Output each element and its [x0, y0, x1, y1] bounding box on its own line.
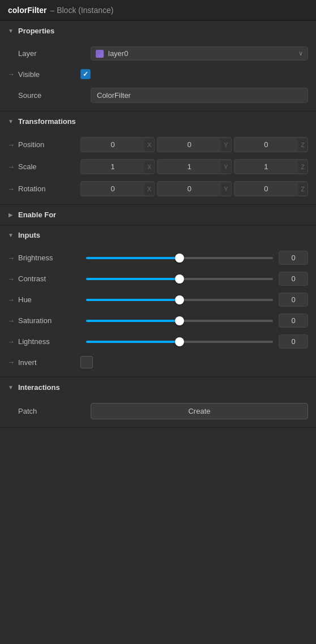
scale-z-value: 1	[234, 160, 298, 174]
scale-y-input[interactable]: 1 Y	[157, 159, 231, 174]
saturation-slider[interactable]	[86, 315, 273, 327]
lightness-fill	[86, 341, 180, 343]
contrast-slider[interactable]	[86, 273, 273, 285]
position-x-input[interactable]: 0 X	[80, 137, 155, 152]
scale-x-label: X	[144, 161, 154, 173]
lightness-row: → Lightness 0	[0, 331, 316, 352]
rotation-z-input[interactable]: 0 Z	[234, 181, 308, 196]
position-z-label: Z	[298, 139, 308, 151]
position-y-value: 0	[157, 138, 221, 152]
inputs-section-header[interactable]: Inputs	[0, 225, 316, 245]
rotation-x-input[interactable]: 0 X	[80, 181, 155, 196]
rotation-z-value: 0	[234, 182, 298, 196]
transformations-chevron	[8, 119, 14, 124]
layer-color-indicator	[96, 50, 104, 58]
rotation-z-label: Z	[298, 183, 308, 195]
scale-xyz-group: 1 X 1 Y 1 Z	[80, 159, 308, 174]
scale-label: Scale	[18, 162, 80, 171]
properties-section: Properties Layer layer0 ∨ → Visible Sour…	[0, 21, 316, 111]
brightness-slider[interactable]	[86, 252, 273, 264]
scale-x-value: 1	[81, 160, 144, 174]
position-x-value: 0	[81, 138, 144, 152]
contrast-value[interactable]: 0	[279, 272, 308, 286]
position-xyz-group: 0 X 0 Y 0 Z	[80, 137, 308, 152]
interactions-section: Interactions Patch Create	[0, 377, 316, 428]
rotation-x-label: X	[144, 183, 154, 195]
rotation-y-label: Y	[221, 183, 230, 195]
enable-for-section-title: Enable For	[18, 211, 56, 219]
contrast-row: → Contrast 0	[0, 268, 316, 289]
scale-arrow-icon: →	[8, 163, 18, 171]
position-row: → Position 0 X 0 Y 0 Z	[0, 134, 316, 156]
invert-checkbox[interactable]	[80, 356, 93, 368]
enable-for-section-header[interactable]: Enable For	[0, 205, 316, 225]
lightness-value[interactable]: 0	[279, 334, 308, 349]
contrast-thumb	[175, 274, 184, 284]
source-row: Source ColorFilter	[0, 84, 316, 106]
inputs-chevron	[8, 233, 14, 238]
lightness-thumb	[175, 337, 184, 346]
inputs-section-content: → Brightness 0 → Contrast 0	[0, 245, 316, 377]
source-label: Source	[18, 91, 91, 100]
enable-for-section: Enable For	[0, 205, 316, 225]
visible-checkbox[interactable]	[80, 69, 91, 79]
scale-z-label: Z	[298, 161, 308, 173]
contrast-fill	[86, 278, 180, 280]
source-value: ColorFilter	[91, 88, 308, 103]
rotation-y-input[interactable]: 0 Y	[157, 181, 231, 196]
hue-thumb	[175, 295, 184, 304]
patch-row: Patch Create	[0, 400, 316, 423]
properties-chevron	[8, 28, 14, 34]
layer-label: Layer	[18, 49, 91, 58]
hue-track	[86, 299, 273, 301]
rotation-row: → Rotation 0 X 0 Y 0 Z	[0, 178, 316, 200]
position-label: Position	[18, 140, 80, 149]
lightness-arrow-icon: →	[8, 338, 18, 346]
create-button[interactable]: Create	[91, 403, 308, 419]
saturation-row: → Saturation 0	[0, 310, 316, 331]
lightness-slider[interactable]	[86, 336, 273, 347]
interactions-section-header[interactable]: Interactions	[0, 377, 316, 397]
layer-dropdown-icon: ∨	[298, 50, 303, 57]
properties-section-header[interactable]: Properties	[0, 21, 316, 41]
scale-x-input[interactable]: 1 X	[80, 159, 155, 174]
transformations-section-header[interactable]: Transformations	[0, 111, 316, 131]
saturation-fill	[86, 320, 180, 322]
contrast-label: Contrast	[18, 274, 80, 283]
layer-value: layer0	[108, 49, 294, 58]
saturation-arrow-icon: →	[8, 317, 18, 325]
properties-section-content: Layer layer0 ∨ → Visible Source ColorFil…	[0, 41, 316, 111]
rotation-arrow-icon: →	[8, 185, 18, 193]
rotation-x-value: 0	[81, 182, 144, 196]
properties-section-title: Properties	[18, 27, 54, 35]
scale-z-input[interactable]: 1 Z	[234, 159, 308, 174]
position-z-input[interactable]: 0 Z	[234, 137, 308, 152]
saturation-label: Saturation	[18, 316, 80, 325]
saturation-thumb	[175, 316, 184, 325]
hue-arrow-icon: →	[8, 296, 18, 304]
visible-arrow-icon: →	[8, 70, 18, 78]
interactions-section-content: Patch Create	[0, 397, 316, 427]
brightness-thumb	[175, 254, 184, 263]
interactions-chevron	[8, 385, 14, 390]
position-y-input[interactable]: 0 Y	[157, 137, 231, 152]
visible-row: → Visible	[0, 64, 316, 84]
visible-checkbox-wrapper	[80, 69, 91, 79]
position-x-label: X	[144, 139, 154, 151]
saturation-value[interactable]: 0	[279, 314, 308, 328]
brightness-row: → Brightness 0	[0, 247, 316, 268]
enable-for-chevron	[8, 212, 14, 218]
layer-row: Layer layer0 ∨	[0, 43, 316, 64]
invert-arrow-icon: →	[8, 358, 18, 366]
lightness-track	[86, 341, 273, 343]
app-title-bold: colorFilter	[8, 6, 46, 15]
hue-slider[interactable]	[86, 294, 273, 306]
hue-value[interactable]: 0	[279, 293, 308, 307]
hue-fill	[86, 299, 180, 301]
brightness-value[interactable]: 0	[279, 251, 308, 265]
layer-select[interactable]: layer0 ∨	[91, 46, 308, 61]
brightness-arrow-icon: →	[8, 254, 18, 262]
position-y-label: Y	[221, 139, 230, 151]
invert-label: Invert	[18, 358, 80, 367]
hue-row: → Hue 0	[0, 289, 316, 310]
